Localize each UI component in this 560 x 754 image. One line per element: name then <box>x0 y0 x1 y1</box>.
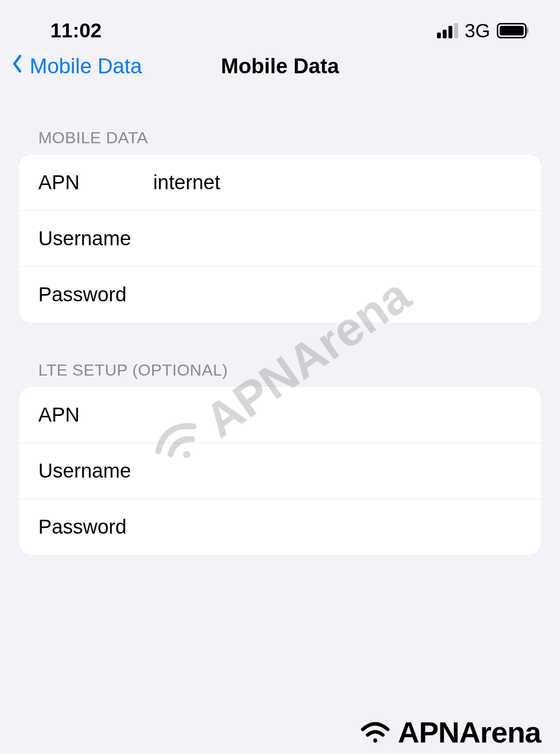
status-time: 11:02 <box>50 19 101 42</box>
network-type: 3G <box>465 20 490 42</box>
signal-bars-icon <box>437 23 458 38</box>
input-mobile-data-password[interactable] <box>153 283 522 306</box>
input-lte-apn[interactable] <box>153 403 522 426</box>
row-lte-apn[interactable]: APN <box>19 387 541 443</box>
row-mobile-data-apn[interactable]: APN <box>19 155 541 211</box>
wifi-icon <box>357 718 394 747</box>
section-header-mobile-data: MOBILE DATA <box>0 114 560 155</box>
row-mobile-data-password[interactable]: Password <box>19 267 541 322</box>
back-button[interactable]: Mobile Data <box>10 53 142 79</box>
watermark-bottom: APNArena <box>357 715 541 749</box>
input-lte-password[interactable] <box>153 515 522 538</box>
section-header-lte-setup: LTE SETUP (OPTIONAL) <box>0 346 560 387</box>
label-username: Username <box>38 459 153 482</box>
settings-group-mobile-data: APN Username Password <box>19 155 541 322</box>
row-lte-username[interactable]: Username <box>19 443 541 499</box>
navigation-bar: Mobile Data Mobile Data <box>0 52 560 76</box>
chevron-back-icon <box>10 53 25 79</box>
battery-icon <box>497 23 526 38</box>
input-lte-username[interactable] <box>153 459 522 482</box>
label-apn: APN <box>38 403 153 426</box>
watermark-text: APNArena <box>398 715 541 749</box>
label-password: Password <box>38 283 153 306</box>
label-password: Password <box>38 515 153 538</box>
page-title: Mobile Data <box>221 54 339 78</box>
row-lte-password[interactable]: Password <box>19 499 541 555</box>
content: MOBILE DATA APN Username Password LTE SE… <box>0 76 560 555</box>
label-apn: APN <box>38 171 153 194</box>
label-username: Username <box>38 227 153 250</box>
back-label: Mobile Data <box>30 54 142 78</box>
status-right: 3G <box>437 20 526 42</box>
settings-group-lte-setup: APN Username Password <box>19 387 541 555</box>
input-mobile-data-username[interactable] <box>153 227 522 250</box>
status-bar: 11:02 3G <box>0 0 560 52</box>
row-mobile-data-username[interactable]: Username <box>19 211 541 267</box>
input-mobile-data-apn[interactable] <box>153 171 522 194</box>
